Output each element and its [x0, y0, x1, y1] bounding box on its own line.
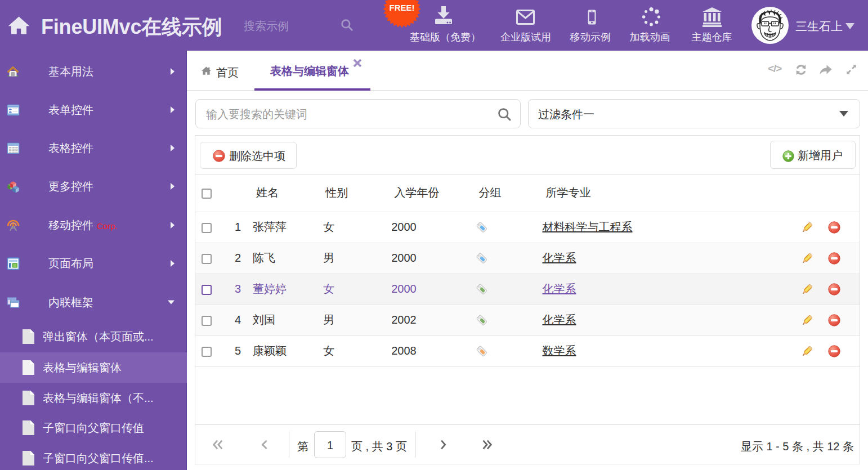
svg-text:FREE!: FREE! — [390, 3, 415, 12]
